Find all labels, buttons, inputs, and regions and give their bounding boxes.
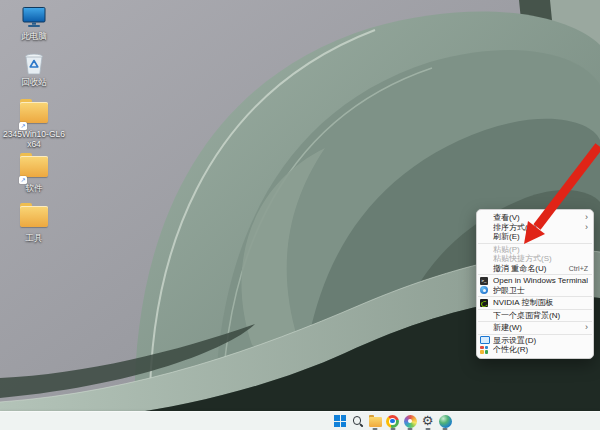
recycle-bin-icon	[20, 50, 48, 76]
personalize-icon-part	[480, 346, 488, 354]
menu-item-new[interactable]: 新建(W)›	[477, 323, 593, 333]
desktop-icon-recycle-bin[interactable]: 回收站	[3, 50, 65, 88]
personalize-icon-part	[485, 350, 489, 354]
folder-icon: ↗	[20, 102, 48, 128]
context-menu: 查看(V)›排序方式(O)›刷新(E)粘贴(P)粘贴快捷方式(S)撤消 重命名(…	[476, 209, 594, 359]
menu-item-nvidia-control-panel[interactable]: NVIDIA 控制面板	[477, 298, 593, 308]
taskbar-chrome-button[interactable]	[386, 414, 400, 429]
folder-icon-part	[20, 156, 48, 177]
taskbar-icons: ⚙	[333, 414, 452, 429]
terminal-icon-part: >_	[480, 277, 488, 285]
edge-icon	[439, 415, 452, 428]
desktop-icon-this-pc[interactable]: 此电脑	[3, 4, 65, 42]
menu-item-label: NVIDIA 控制面板	[493, 297, 588, 308]
menu-item-undo-rename[interactable]: 撤消 重命名(U)Ctrl+Z	[477, 264, 593, 274]
menu-item-personalize[interactable]: 个性化(R)	[477, 345, 593, 355]
menu-item-label: 个性化(R)	[493, 344, 588, 355]
gear-icon-part: ⚙	[422, 414, 434, 428]
start-icon-part	[334, 422, 340, 428]
desktop-icon-label: 工具	[3, 234, 65, 244]
desktop-icons: 此电脑回收站↗2345Win10-GL6x64↗软件工具	[0, 0, 80, 400]
menu-item-label: 撤消 重命名(U)	[493, 263, 565, 274]
recycle-bin-icon-part	[26, 57, 42, 74]
desktop[interactable]: 此电脑回收站↗2345Win10-GL6x64↗软件工具 查看(V)›排序方式(…	[0, 0, 600, 430]
start-icon-part	[334, 415, 346, 427]
menu-item-eye-protect[interactable]: 护眼卫士	[477, 286, 593, 296]
this-pc-icon	[20, 4, 48, 30]
desktop-icon-folder-soft[interactable]: ↗软件	[3, 152, 65, 194]
menu-item-shortcut: Ctrl+Z	[569, 265, 588, 272]
menu-item-label: 新建(W)	[493, 322, 581, 333]
desktop-icon-folder-tools[interactable]: 工具	[3, 202, 65, 244]
taskbar-edge-button[interactable]	[438, 414, 452, 429]
start-icon-part	[341, 422, 347, 428]
display-icon	[480, 336, 493, 344]
shortcut-overlay-icon: ↗	[19, 176, 27, 184]
taskbar: ⚙	[0, 411, 600, 430]
menu-separator	[478, 274, 592, 275]
folder-icon-part	[20, 206, 48, 227]
folder-icon	[20, 206, 48, 232]
folder-icon-part	[20, 102, 48, 123]
nvidia-icon	[480, 299, 493, 307]
start-icon	[334, 415, 346, 427]
recycle-bin-icon-part	[20, 50, 48, 76]
desktop-icon-label: 此电脑	[3, 32, 65, 42]
menu-item-next-desktop-background[interactable]: 下一个桌面背景(N)	[477, 311, 593, 321]
eye-guard-icon	[480, 286, 493, 294]
personalize-icon	[480, 346, 493, 354]
display-icon-part	[480, 336, 489, 344]
folder-icon	[369, 415, 382, 428]
this-pc-icon-part	[28, 25, 40, 27]
desktop-icon-label: 2345Win10-GL6x64	[3, 130, 65, 150]
desktop-icon-label: 软件	[3, 184, 65, 194]
this-pc-icon-part	[32, 23, 36, 25]
taskbar-settings-button[interactable]: ⚙	[421, 414, 435, 429]
gear-icon: ⚙	[422, 414, 434, 428]
submenu-arrow-icon: ›	[585, 323, 588, 332]
nvidia-icon-part	[480, 299, 488, 307]
personalize-icon-part	[485, 346, 489, 350]
chrome-icon	[386, 415, 399, 428]
taskbar-photos-button[interactable]	[403, 414, 417, 429]
search-icon	[352, 415, 364, 427]
personalize-icon-part	[480, 346, 484, 350]
menu-item-label: 刷新(E)	[493, 231, 588, 242]
folder-icon-part	[369, 417, 382, 428]
desktop-icon-folder-2345win10[interactable]: ↗2345Win10-GL6x64	[3, 98, 65, 150]
submenu-arrow-icon: ›	[585, 213, 588, 222]
menu-item-refresh[interactable]: 刷新(E)	[477, 232, 593, 242]
this-pc-icon-part	[20, 4, 48, 30]
chrome-icon-part	[386, 415, 399, 428]
menu-item-label: 下一个桌面背景(N)	[493, 310, 588, 321]
photos-icon-part	[404, 415, 417, 428]
eye-guard-icon-part	[480, 286, 488, 294]
start-icon-part	[334, 415, 340, 421]
taskbar-search-button[interactable]	[351, 414, 365, 429]
menu-item-label: 护眼卫士	[493, 285, 588, 296]
shortcut-overlay-icon: ↗	[19, 122, 27, 130]
personalize-icon-part	[480, 350, 484, 354]
terminal-icon: >_	[480, 277, 493, 285]
taskbar-start-button[interactable]	[333, 414, 347, 429]
folder-icon: ↗	[20, 156, 48, 182]
edge-icon-part	[439, 415, 452, 428]
taskbar-file-explorer-button[interactable]	[368, 414, 382, 429]
photos-icon	[404, 415, 417, 428]
start-icon-part	[341, 415, 347, 421]
desktop-icon-label: 回收站	[3, 78, 65, 88]
search-icon-part	[352, 415, 364, 427]
this-pc-icon-part	[23, 8, 45, 23]
